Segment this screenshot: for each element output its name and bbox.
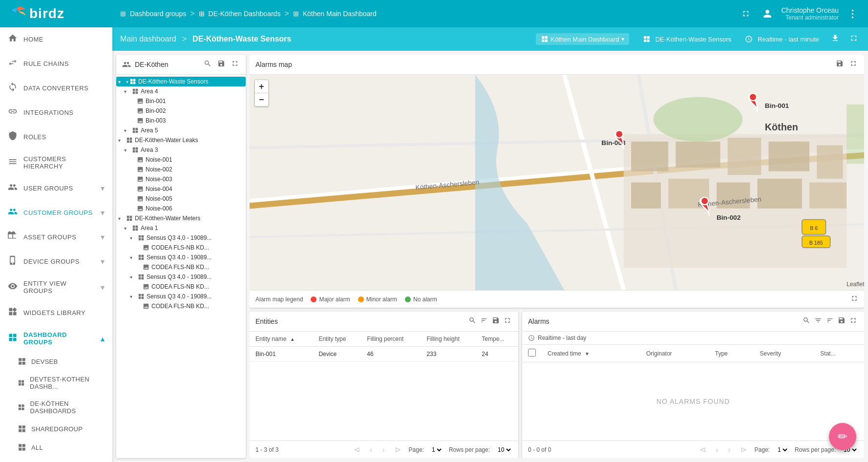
tree-item-water-meters[interactable]: ▾ DE-Köthen-Water Meters (116, 213, 246, 223)
sidebar-item-dashboard-groups[interactable]: DASHBOARD GROUPS ▴ (0, 325, 112, 352)
tree-item-bin002[interactable]: Bin-002 (116, 106, 246, 116)
map-canvas[interactable]: + − (250, 75, 864, 290)
alarms-first-page-button[interactable]: ⊲ (698, 444, 708, 455)
legend-expand-button[interactable] (850, 294, 858, 304)
svg-rect-20 (809, 183, 847, 209)
sidebar-label-customers-hierarchy: CUSTOMERS HIERARCHY (23, 155, 105, 170)
dashboard-selector[interactable]: Köthen Main Dashboard ▾ (536, 33, 629, 45)
alarms-page-select[interactable]: 1 (776, 446, 789, 454)
sidebar-item-roles[interactable]: ROLES (0, 125, 112, 149)
entity-tree-search-button[interactable] (203, 59, 212, 70)
tree-item-sensus2[interactable]: ▾ Sensus Q3 4,0 - 19089... (116, 252, 246, 262)
fullscreen-button[interactable] (738, 6, 754, 21)
entities-first-page-button[interactable]: ⊲ (352, 444, 362, 455)
tree-item-area1[interactable]: ▾ Area 1 (116, 223, 246, 233)
tree-item-codea2[interactable]: CODEA FLS-NB KD... (116, 262, 246, 272)
entities-expand-button[interactable] (503, 315, 512, 327)
sidebar-item-customer-groups[interactable]: CUSTOMER GROUPS ▾ (0, 201, 112, 225)
tree-item-area5[interactable]: ▾ Area 5 (116, 126, 246, 135)
sub-download-button[interactable] (829, 32, 842, 46)
alarms-expand-icon (849, 316, 857, 324)
breadcrumb-label-3[interactable]: Köthen Main Dashboard (303, 10, 377, 18)
tree-item-noise006[interactable]: Noise-006 (116, 204, 246, 213)
alarms-next-page-button[interactable]: › (726, 444, 732, 455)
tree-item-noise005[interactable]: Noise-005 (116, 194, 246, 204)
sidebar-item-rule-chains[interactable]: RULE CHAINS (0, 52, 112, 76)
alarms-last-page-button[interactable]: ⊳ (739, 444, 749, 455)
tree-item-area3[interactable]: ▾ Area 3 (116, 145, 246, 155)
alarms-expand-button[interactable] (848, 315, 858, 327)
tree-item-sensus1[interactable]: ▾ Sensus Q3 4,0 - 19089... (116, 233, 246, 243)
table-row[interactable]: Bin-001 Device 46 233 24 (250, 347, 518, 362)
col-entity-name[interactable]: Entity name ▲ (250, 332, 313, 347)
sidebar-item-integrations[interactable]: INTEGRATIONS (0, 101, 112, 125)
breadcrumb-label-2[interactable]: DE-Köthen Dashboards (209, 10, 281, 18)
tree-item-noise001[interactable]: Noise-001 (116, 155, 246, 165)
sub-breadcrumb-main[interactable]: Main dashboard (120, 35, 176, 43)
tree-item-noise002[interactable]: Noise-002 (116, 165, 246, 174)
entities-search-button[interactable] (467, 315, 477, 327)
sidebar-sub-devseb[interactable]: DevSeb (0, 352, 112, 371)
sidebar-label-devtest: DevTest-KOTHEN Dashb... (30, 376, 105, 390)
alarms-panel: Alarms (522, 312, 864, 458)
alarms-prev-page-button[interactable]: ‹ (714, 444, 720, 455)
tree-item-sensus3[interactable]: ▾ Sensus Q3 4,0 - 19089... (116, 272, 246, 282)
sub-fullscreen-button[interactable] (847, 32, 860, 46)
entities-panel: Entities (250, 312, 518, 458)
tree-item-noise004[interactable]: Noise-004 (116, 184, 246, 194)
sidebar-sub-sharedgroup[interactable]: SharedGroup (0, 420, 112, 438)
tree-item-bin001[interactable]: Bin-001 (116, 96, 246, 106)
sidebar-item-data-converters[interactable]: DATA CONVERTERS (0, 76, 112, 101)
sensus4-icon (138, 293, 145, 300)
entities-page-select[interactable]: 1 (430, 446, 443, 454)
entities-next-page-button[interactable]: › (380, 444, 386, 455)
tree-item-waste-sensors[interactable]: ▾ ▾ DE-Köthen-Waste Sensors (116, 77, 246, 86)
svg-text:Köthen: Köthen (765, 122, 798, 132)
tree-item-codea3[interactable]: CODEA FLS-NB KD... (116, 282, 246, 292)
sidebar-item-widgets-library[interactable]: WIDGETS LIBRARY (0, 301, 112, 325)
sidebar-item-home[interactable]: HOME (0, 27, 112, 52)
user-avatar[interactable] (760, 6, 775, 21)
entity-tree-save-button[interactable] (216, 59, 226, 70)
alarms-search-button[interactable] (802, 315, 811, 327)
cell-filling-percent: 46 (361, 347, 421, 362)
map-zoom-out-button[interactable]: − (255, 93, 268, 106)
tree-item-codea4[interactable]: CODEA FLS-NB KD... (116, 301, 246, 311)
sidebar-sub-devtest[interactable]: DevTest-KOTHEN Dashb... (0, 371, 112, 395)
sidebar-item-device-groups[interactable]: DEVICE GROUPS ▾ (0, 250, 112, 274)
tree-item-codea1[interactable]: CODEA FLS-NB KD... (116, 243, 246, 252)
breadcrumb-label-1[interactable]: Dashboard groups (130, 10, 186, 18)
sidebar-item-scheduler[interactable]: SCHEDULER (0, 457, 112, 462)
more-menu-button[interactable]: ⋮ (845, 6, 860, 21)
col-created-time[interactable]: Created time ▼ (542, 345, 640, 362)
tree-item-water-leaks[interactable]: ▾ DE-Köthen-Water Leaks (116, 135, 246, 145)
entities-columns-button[interactable] (479, 315, 489, 327)
alarms-select-all-checkbox[interactable] (528, 349, 536, 357)
sidebar-item-user-groups[interactable]: USER GROUPS ▾ (0, 176, 112, 201)
entities-rows-per-page-select[interactable]: 10 25 50 (496, 446, 512, 454)
map-zoom-in-button[interactable]: + (255, 80, 268, 93)
alarms-map-expand-button[interactable] (848, 59, 858, 70)
tree-item-area4[interactable]: ▾ Area 4 (116, 86, 246, 96)
tree-item-sensus4[interactable]: ▾ Sensus Q3 4,0 - 19089... (116, 292, 246, 301)
col-status-label: Stat... (820, 350, 835, 357)
alarms-map-save-button[interactable] (835, 59, 845, 70)
alarms-save-button[interactable] (837, 315, 847, 327)
sidebar-sub-all[interactable]: All (0, 438, 112, 457)
entities-last-page-button[interactable]: ⊳ (393, 444, 403, 455)
tree-item-bin003[interactable]: Bin-003 (116, 116, 246, 126)
entity-tree-expand-button[interactable] (230, 59, 240, 70)
created-time-sort-icon: ▼ (585, 351, 590, 357)
sidebar-sub-de-kothen[interactable]: DE-Köthen Dashboards (0, 395, 112, 420)
entities-prev-page-button[interactable]: ‹ (368, 444, 374, 455)
edit-fab-button[interactable]: ✏ (829, 423, 856, 450)
sidebar-item-entity-view-groups[interactable]: ENTITY VIEW GROUPS ▾ (0, 274, 112, 301)
entities-save-button[interactable] (491, 315, 501, 327)
svg-point-38 (701, 197, 708, 205)
alarms-filter-button[interactable] (813, 315, 823, 327)
sidebar-item-asset-groups[interactable]: ASSET GROUPS ▾ (0, 225, 112, 250)
sidebar-item-customers-hierarchy[interactable]: CUSTOMERS HIERARCHY (0, 149, 112, 176)
alarms-columns-button[interactable] (825, 315, 835, 327)
svg-rect-19 (758, 179, 802, 209)
tree-item-noise003[interactable]: Noise-003 (116, 174, 246, 184)
